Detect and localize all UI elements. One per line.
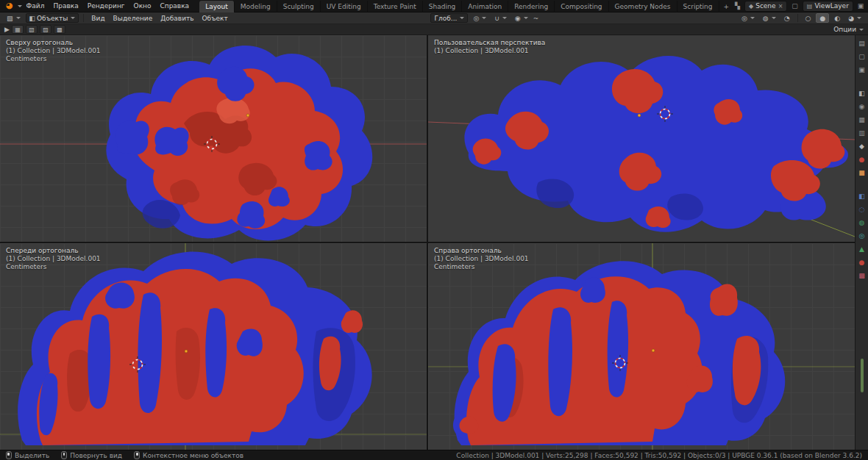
constraints-icon[interactable]: ◎ [857,231,867,241]
menu-edit[interactable]: Правка [49,0,82,12]
xray-icon: ◔ [784,14,790,23]
world-icon[interactable]: ● [857,155,867,165]
select-mode-intersect-button[interactable]: ▩ [54,25,65,34]
options-button[interactable]: Опции [833,26,864,33]
sidebar-scrollbar[interactable] [861,359,864,392]
falloff-curve-icon[interactable]: ~ [533,15,539,22]
select-new-icon: ▦ [15,26,21,33]
gizmo-toggle[interactable]: ◎ [739,13,758,23]
overlays-icon: ◍ [763,14,769,23]
orientation-label: Глоб... [434,14,457,23]
view-name: Пользовательская перспектива [434,39,545,47]
model-mesh-perspective[interactable] [464,56,848,232]
tab-layout[interactable]: Layout [199,1,235,12]
tool-settings-left: ▶ ▦ ▧ ▨ ▩ [4,25,65,34]
viewport-label-bottom-left: Спереди ортогональ (1) Collection | 3DMo… [6,247,101,271]
menu-select[interactable]: Выделение [110,13,156,23]
view-units: Centimeters [6,263,101,271]
object-icon[interactable]: ■ [857,168,867,178]
viewport-header-left: ▧ ◧ Объекты Вид Выделение Добавить Объек… [4,13,231,23]
tab-geometry-nodes[interactable]: Geometry Nodes [609,1,677,12]
view-layer-icon[interactable]: ▥ [857,129,867,138]
object-mode-icon: ◧ [29,14,36,23]
scene-icon[interactable]: ◆ [857,142,867,151]
menu-add[interactable]: Добавить [157,13,196,23]
view-name: Сверху ортогональ [6,39,101,47]
window-icon[interactable]: ▣ [856,2,866,10]
texture-icon[interactable]: ▩ [857,271,867,281]
menu-object[interactable]: Объект [199,13,231,23]
output-icon[interactable]: ▦ [857,115,867,125]
viewport-bottom-left[interactable]: Спереди ортогональ (1) Collection | 3DMo… [0,243,427,450]
scene-selector[interactable]: ◆ Scene × [744,1,787,12]
shading-wireframe-button[interactable]: ○ [803,13,814,23]
select-intersect-icon: ▩ [57,26,63,33]
tool-icon[interactable]: ◧ [857,89,867,98]
pivot-icon: ◎ [473,14,479,23]
hint-select: Выделить [6,451,49,459]
menu-file[interactable]: Файл [22,0,49,12]
tab-texture-paint[interactable]: Texture Paint [368,1,423,12]
active-tool-icon[interactable]: ▶ [4,26,10,33]
left-mouse-icon [6,451,12,459]
screen-icon[interactable]: ▣ [857,65,867,75]
tab-uv-editing[interactable]: UV Editing [321,1,368,12]
orientation-dropdown[interactable]: Глоб... [430,13,468,23]
select-mode-new-button[interactable]: ▦ [12,25,24,34]
layers-icon[interactable]: ▚ [733,2,741,10]
model-mesh-front-view[interactable] [18,252,372,445]
shading-material-button[interactable]: ◐ [831,13,843,23]
new-scene-icon[interactable]: ▢ [790,2,800,10]
tab-animation[interactable]: Animation [462,1,508,12]
tab-modeling[interactable]: Modeling [235,1,277,12]
blender-logo-icon[interactable]: ◕ [3,0,16,12]
overlays-toggle[interactable]: ◍ [760,13,779,23]
unlink-icon[interactable]: × [778,2,783,10]
select-mode-extend-button[interactable]: ▧ [26,25,38,34]
window-icon[interactable]: ▢ [857,52,867,62]
view-breadcrumb: (1) Collection | 3DModel.001 [6,255,101,263]
menu-window[interactable]: Окно [129,0,156,12]
editor-type-button[interactable]: ▧ [4,13,24,23]
material-icon[interactable]: ● [857,258,867,267]
model-mesh-top-view[interactable] [106,46,372,240]
tab-shading[interactable]: Shading [423,1,463,12]
proportional-edit-dropdown[interactable]: ◉ [512,13,531,23]
middle-mouse-icon [61,451,67,459]
menu-help[interactable]: Справка [155,0,193,12]
statusbar: Выделить Повернуть вид Контекстное меню … [0,450,868,460]
editor-type-icon[interactable]: ▤ [857,39,867,48]
proportional-icon: ◉ [515,14,521,23]
model-mesh-right-view[interactable] [453,261,785,445]
particles-icon[interactable]: ◌ [857,205,867,215]
menu-view[interactable]: Вид [88,13,107,23]
tab-scripting[interactable]: Scripting [677,1,719,12]
xray-toggle[interactable]: ◔ [781,13,793,23]
scene-statistics: Collection | 3DModel.001 | Verts:25,298 … [456,452,862,459]
viewport-top-right[interactable]: Пользовательская перспектива (1) Collect… [428,35,855,242]
tab-rendering[interactable]: Rendering [508,1,555,12]
select-mode-subtract-button[interactable]: ▨ [40,25,51,34]
object-origin [652,349,655,352]
mode-dropdown[interactable]: ◧ Объекты [26,13,79,23]
pivot-dropdown[interactable]: ◎ [470,13,489,23]
viewport-bottom-right[interactable]: Справа ортогональ (1) Collection | 3DMod… [428,243,855,450]
tab-sculpting[interactable]: Sculpting [277,1,321,12]
viewlayer-selector[interactable]: ▤ ViewLayer [803,1,853,12]
view-breadcrumb: (1) Collection | 3DModel.001 [434,255,529,263]
viewport-canvas-front [0,243,427,450]
scene-name: Scene [755,2,775,10]
modifiers-icon[interactable]: ◧ [857,192,867,201]
snap-dropdown[interactable]: ∪ [491,13,510,23]
shading-rendered-button[interactable]: ◕ [845,13,864,23]
physics-icon[interactable]: ◍ [857,218,867,228]
add-workspace-button[interactable]: + [719,1,734,12]
data-icon[interactable]: ▲ [857,245,867,254]
render-icon[interactable]: ◉ [857,102,867,112]
shading-solid-button[interactable]: ● [816,13,829,23]
viewport-top-left[interactable]: Сверху ортогональ (1) Collection | 3DMod… [0,35,427,242]
menu-render[interactable]: Рендеринг [83,0,129,12]
view-breadcrumb: (1) Collection | 3DModel.001 [6,47,101,55]
tab-compositing[interactable]: Compositing [555,1,608,12]
menubar: ◕ Файл Правка Рендеринг Окно Справка Lay… [0,0,868,12]
